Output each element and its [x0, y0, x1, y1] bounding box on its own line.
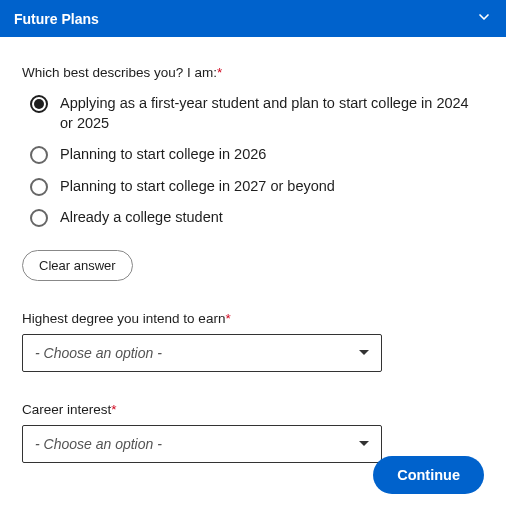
field-career-interest: Career interest* - Choose an option - — [22, 402, 484, 463]
label-text: Career interest — [22, 402, 111, 417]
select-highest-degree[interactable]: - Choose an option - — [22, 334, 382, 372]
radio-option-already-student[interactable]: Already a college student — [30, 208, 484, 228]
radio-label: Already a college student — [60, 208, 223, 228]
radio-label: Planning to start college in 2027 or bey… — [60, 177, 335, 197]
chevron-down-icon — [476, 9, 492, 28]
field-highest-degree: Highest degree you intend to earn* - Cho… — [22, 311, 484, 372]
select-placeholder: - Choose an option - — [35, 436, 162, 452]
radio-label: Planning to start college in 2026 — [60, 145, 266, 165]
radio-option-2026[interactable]: Planning to start college in 2026 — [30, 145, 484, 165]
radio-option-first-year[interactable]: Applying as a first-year student and pla… — [30, 94, 484, 133]
question-text: Which best describes you? I am: — [22, 65, 217, 80]
radio-icon — [30, 209, 48, 227]
select-placeholder: - Choose an option - — [35, 345, 162, 361]
panel-header[interactable]: Future Plans — [0, 0, 506, 37]
radio-group-describes-you: Applying as a first-year student and pla… — [30, 94, 484, 228]
question-describes-you-label: Which best describes you? I am:* — [22, 65, 484, 80]
clear-answer-button[interactable]: Clear answer — [22, 250, 133, 281]
radio-label: Applying as a first-year student and pla… — [60, 94, 484, 133]
panel-content: Which best describes you? I am:* Applyin… — [0, 37, 506, 507]
required-marker: * — [225, 311, 230, 326]
continue-button[interactable]: Continue — [373, 456, 484, 494]
caret-down-icon — [359, 350, 369, 355]
radio-icon — [30, 95, 48, 113]
required-marker: * — [111, 402, 116, 417]
required-marker: * — [217, 65, 222, 80]
panel-title: Future Plans — [14, 11, 99, 27]
radio-icon — [30, 178, 48, 196]
caret-down-icon — [359, 441, 369, 446]
field-label-degree: Highest degree you intend to earn* — [22, 311, 484, 326]
label-text: Highest degree you intend to earn — [22, 311, 225, 326]
field-label-career: Career interest* — [22, 402, 484, 417]
radio-icon — [30, 146, 48, 164]
radio-option-2027-beyond[interactable]: Planning to start college in 2027 or bey… — [30, 177, 484, 197]
select-career-interest[interactable]: - Choose an option - — [22, 425, 382, 463]
